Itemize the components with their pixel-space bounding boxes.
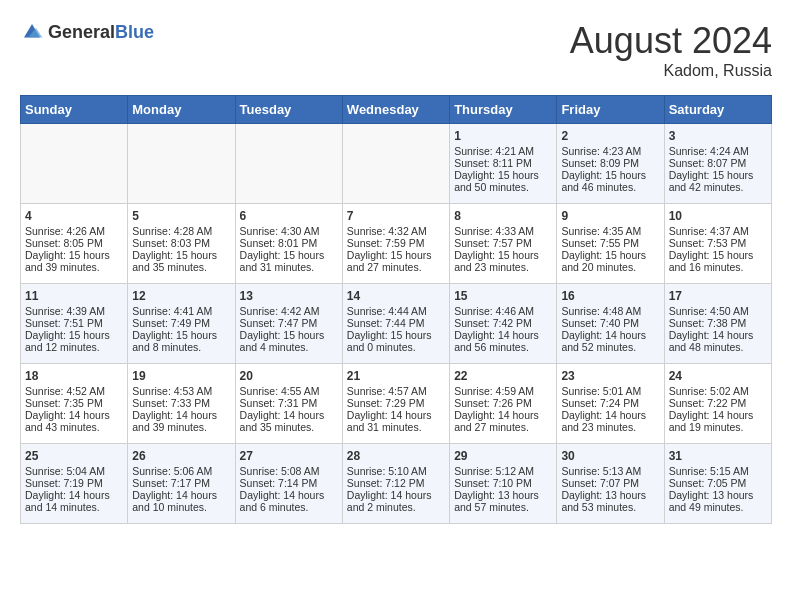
day-info-line: Sunset: 7:38 PM	[669, 317, 767, 329]
day-info-line: Sunrise: 4:21 AM	[454, 145, 552, 157]
calendar-body: 1Sunrise: 4:21 AMSunset: 8:11 PMDaylight…	[21, 124, 772, 524]
day-info-line: and 35 minutes.	[132, 261, 230, 273]
day-info-line: Daylight: 14 hours	[561, 329, 659, 341]
calendar-cell: 13Sunrise: 4:42 AMSunset: 7:47 PMDayligh…	[235, 284, 342, 364]
calendar-cell: 21Sunrise: 4:57 AMSunset: 7:29 PMDayligh…	[342, 364, 449, 444]
day-number: 18	[25, 369, 123, 383]
day-number: 1	[454, 129, 552, 143]
day-number: 14	[347, 289, 445, 303]
month-year: August 2024	[570, 20, 772, 62]
day-info-line: Sunset: 7:40 PM	[561, 317, 659, 329]
week-row-5: 25Sunrise: 5:04 AMSunset: 7:19 PMDayligh…	[21, 444, 772, 524]
day-number: 28	[347, 449, 445, 463]
day-number: 6	[240, 209, 338, 223]
day-header-tuesday: Tuesday	[235, 96, 342, 124]
day-info-line: and 16 minutes.	[669, 261, 767, 273]
day-info-line: Sunrise: 4:50 AM	[669, 305, 767, 317]
day-number: 12	[132, 289, 230, 303]
day-number: 5	[132, 209, 230, 223]
day-info-line: Sunset: 8:03 PM	[132, 237, 230, 249]
day-info-line: and 14 minutes.	[25, 501, 123, 513]
day-info-line: and 20 minutes.	[561, 261, 659, 273]
day-info-line: Sunset: 7:22 PM	[669, 397, 767, 409]
day-header-wednesday: Wednesday	[342, 96, 449, 124]
calendar-cell: 9Sunrise: 4:35 AMSunset: 7:55 PMDaylight…	[557, 204, 664, 284]
day-info-line: Daylight: 14 hours	[454, 329, 552, 341]
day-info-line: and 31 minutes.	[347, 421, 445, 433]
day-info-line: Daylight: 15 hours	[25, 249, 123, 261]
day-info-line: Daylight: 15 hours	[454, 249, 552, 261]
calendar-cell: 26Sunrise: 5:06 AMSunset: 7:17 PMDayligh…	[128, 444, 235, 524]
calendar-cell	[342, 124, 449, 204]
calendar-cell: 8Sunrise: 4:33 AMSunset: 7:57 PMDaylight…	[450, 204, 557, 284]
day-info-line: Daylight: 14 hours	[561, 409, 659, 421]
day-info-line: Daylight: 14 hours	[25, 489, 123, 501]
day-info-line: and 12 minutes.	[25, 341, 123, 353]
day-info-line: Daylight: 14 hours	[25, 409, 123, 421]
day-number: 26	[132, 449, 230, 463]
day-info-line: Sunset: 7:59 PM	[347, 237, 445, 249]
day-info-line: and 31 minutes.	[240, 261, 338, 273]
day-info-line: Sunrise: 4:26 AM	[25, 225, 123, 237]
day-info-line: Sunset: 7:51 PM	[25, 317, 123, 329]
day-info-line: Sunset: 7:19 PM	[25, 477, 123, 489]
calendar-cell: 14Sunrise: 4:44 AMSunset: 7:44 PMDayligh…	[342, 284, 449, 364]
day-number: 11	[25, 289, 123, 303]
day-info-line: and 35 minutes.	[240, 421, 338, 433]
day-info-line: and 42 minutes.	[669, 181, 767, 193]
day-header-sunday: Sunday	[21, 96, 128, 124]
day-info-line: Daylight: 14 hours	[132, 489, 230, 501]
page-header: GeneralBlue August 2024 Kadom, Russia	[20, 20, 772, 80]
day-info-line: Sunrise: 4:59 AM	[454, 385, 552, 397]
day-info-line: and 4 minutes.	[240, 341, 338, 353]
day-info-line: and 56 minutes.	[454, 341, 552, 353]
day-info-line: Sunset: 8:11 PM	[454, 157, 552, 169]
day-info-line: Sunset: 7:33 PM	[132, 397, 230, 409]
day-info-line: Sunrise: 4:24 AM	[669, 145, 767, 157]
day-info-line: and 10 minutes.	[132, 501, 230, 513]
day-info-line: Daylight: 13 hours	[454, 489, 552, 501]
calendar-cell: 18Sunrise: 4:52 AMSunset: 7:35 PMDayligh…	[21, 364, 128, 444]
day-number: 20	[240, 369, 338, 383]
day-info-line: Sunrise: 5:02 AM	[669, 385, 767, 397]
day-number: 7	[347, 209, 445, 223]
day-info-line: Daylight: 15 hours	[25, 329, 123, 341]
day-info-line: Sunset: 8:05 PM	[25, 237, 123, 249]
day-info-line: Sunset: 8:01 PM	[240, 237, 338, 249]
day-info-line: Sunset: 7:55 PM	[561, 237, 659, 249]
day-number: 27	[240, 449, 338, 463]
day-info-line: Sunset: 7:49 PM	[132, 317, 230, 329]
day-info-line: Sunrise: 4:44 AM	[347, 305, 445, 317]
day-info-line: Daylight: 15 hours	[561, 249, 659, 261]
calendar-cell: 22Sunrise: 4:59 AMSunset: 7:26 PMDayligh…	[450, 364, 557, 444]
day-info-line: Sunrise: 4:30 AM	[240, 225, 338, 237]
logo: GeneralBlue	[20, 20, 154, 44]
day-info-line: Sunrise: 4:57 AM	[347, 385, 445, 397]
day-info-line: Sunrise: 4:23 AM	[561, 145, 659, 157]
calendar-table: SundayMondayTuesdayWednesdayThursdayFrid…	[20, 95, 772, 524]
day-info-line: Sunset: 7:12 PM	[347, 477, 445, 489]
day-info-line: Sunrise: 4:28 AM	[132, 225, 230, 237]
day-info-line: and 2 minutes.	[347, 501, 445, 513]
day-info-line: Daylight: 14 hours	[669, 409, 767, 421]
day-info-line: and 6 minutes.	[240, 501, 338, 513]
day-info-line: Sunrise: 5:10 AM	[347, 465, 445, 477]
day-header-thursday: Thursday	[450, 96, 557, 124]
calendar-cell: 7Sunrise: 4:32 AMSunset: 7:59 PMDaylight…	[342, 204, 449, 284]
calendar-cell	[235, 124, 342, 204]
day-info-line: Sunrise: 5:15 AM	[669, 465, 767, 477]
day-info-line: Daylight: 14 hours	[454, 409, 552, 421]
day-info-line: Sunrise: 5:12 AM	[454, 465, 552, 477]
day-info-line: Sunset: 8:07 PM	[669, 157, 767, 169]
calendar-cell: 5Sunrise: 4:28 AMSunset: 8:03 PMDaylight…	[128, 204, 235, 284]
calendar-cell	[21, 124, 128, 204]
day-info-line: Sunset: 7:57 PM	[454, 237, 552, 249]
calendar-cell: 10Sunrise: 4:37 AMSunset: 7:53 PMDayligh…	[664, 204, 771, 284]
day-info-line: Daylight: 15 hours	[561, 169, 659, 181]
day-number: 30	[561, 449, 659, 463]
day-info-line: Daylight: 15 hours	[347, 329, 445, 341]
calendar-cell: 30Sunrise: 5:13 AMSunset: 7:07 PMDayligh…	[557, 444, 664, 524]
day-info-line: and 43 minutes.	[25, 421, 123, 433]
day-info-line: Sunrise: 5:06 AM	[132, 465, 230, 477]
day-info-line: Sunrise: 4:48 AM	[561, 305, 659, 317]
